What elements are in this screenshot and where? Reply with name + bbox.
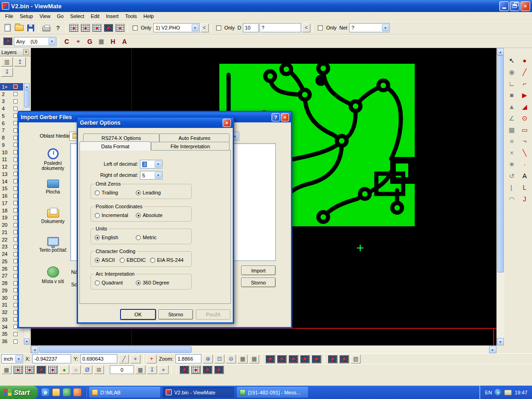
layer-visibility-box[interactable] — [13, 85, 18, 89]
notch-tool-icon[interactable]: ¬ — [518, 135, 531, 147]
spot-tool-icon[interactable]: · — [518, 158, 531, 170]
dialog-close-button[interactable]: × — [281, 113, 289, 121]
gerber-dialog-titlebar[interactable]: Gerber Options × — [78, 118, 233, 128]
start-button[interactable]: Start — [0, 386, 38, 399]
units-select[interactable]: inch ▼ — [1, 354, 23, 363]
pattern-button[interactable] — [202, 365, 212, 374]
layer-visibility-box[interactable] — [13, 128, 18, 133]
layer-visibility-box[interactable] — [13, 339, 18, 344]
layer-visibility-box[interactable] — [13, 187, 18, 191]
aperture-list-button[interactable] — [80, 23, 91, 33]
place-item[interactable]: Dokumenty — [37, 205, 69, 234]
cancel-button[interactable]: Storno — [158, 309, 193, 320]
layer-visibility-box[interactable] — [13, 296, 18, 300]
view-filter-button[interactable] — [300, 355, 310, 363]
film-box-button[interactable] — [103, 23, 114, 33]
tray-keyboard-icon[interactable] — [504, 390, 512, 395]
layer-row[interactable]: 3 — [0, 98, 23, 105]
context-help-button[interactable]: ? — [53, 23, 63, 33]
layer-table-view-button[interactable]: ▥ — [1, 57, 13, 66]
new-file-button[interactable] — [2, 23, 13, 33]
snap-grid-button[interactable]: ⊞ — [94, 365, 104, 374]
open-file-button[interactable] — [14, 23, 24, 33]
layer-visibility-box[interactable] — [13, 136, 18, 140]
scroll-thumb[interactable] — [24, 90, 30, 108]
right-of-decimal-select[interactable]: 5 ▼ — [140, 171, 163, 180]
pattern-button[interactable] — [24, 365, 35, 374]
folder-icon[interactable] — [52, 388, 60, 396]
mirror-tool-icon[interactable]: ▲ — [505, 101, 518, 112]
internet-explorer-icon[interactable]: e — [42, 388, 49, 396]
prev-layer-button[interactable]: < — [200, 24, 209, 32]
only-dcode-checkbox[interactable] — [216, 25, 221, 30]
print-button[interactable] — [41, 23, 52, 33]
scroll-down-icon[interactable]: ▼ — [24, 339, 30, 345]
import-button[interactable]: Import — [241, 266, 276, 275]
shape-lib-icon[interactable]: ▦ — [505, 124, 518, 135]
status-light-button[interactable]: ● — [59, 365, 69, 374]
l-bracket-tool-icon[interactable]: ⌊ — [505, 181, 518, 193]
view-filter-button[interactable] — [288, 355, 298, 363]
sketch-line-icon[interactable]: ╲ — [518, 147, 531, 158]
gear-tool-icon[interactable]: ✳ — [505, 158, 518, 170]
view-filter-button[interactable] — [339, 355, 349, 363]
menu-item-select[interactable]: Select — [67, 12, 88, 20]
radio-leading[interactable]: Leading — [136, 190, 161, 195]
view-filter-button[interactable] — [311, 355, 321, 363]
import-cancel-button[interactable]: Storno — [241, 278, 276, 287]
origin-button[interactable]: ⌖ — [130, 355, 140, 363]
only-layer-checkbox[interactable] — [133, 25, 138, 30]
text-tool-icon[interactable]: A — [518, 170, 531, 181]
dcode-input[interactable]: 10 — [243, 23, 259, 32]
layer-visibility-box[interactable] — [13, 259, 18, 263]
radio-incremental[interactable]: Incremental — [95, 212, 128, 218]
pattern-button[interactable] — [214, 365, 224, 374]
hatch-button[interactable]: ▧ — [351, 355, 361, 363]
measure-button[interactable]: ╱ — [119, 355, 129, 363]
radio-quadrant[interactable]: Quadrant — [95, 280, 123, 285]
zoom-out-button[interactable]: ⊖ — [226, 355, 236, 363]
taskbar-task[interactable]: V2.bin - ViewMate — [163, 387, 234, 398]
place-item[interactable]: Plocha — [37, 175, 69, 205]
radio-eia-rs244[interactable]: EIA RS-244 — [150, 257, 183, 263]
layer-visibility-box[interactable] — [13, 114, 18, 118]
layer-row[interactable]: 36 — [0, 338, 23, 345]
place-item[interactable]: Tento počítač — [37, 234, 69, 264]
menu-item-insert[interactable]: Insert — [103, 12, 122, 20]
layer-visibility-box[interactable] — [13, 143, 18, 147]
scroll-thumb[interactable] — [497, 55, 504, 272]
menu-item-go[interactable]: Go — [54, 12, 67, 20]
pattern-button[interactable] — [191, 365, 201, 374]
rotation-input[interactable]: 0 — [110, 365, 134, 374]
tool-a-button[interactable]: A — [119, 36, 130, 47]
step-repeat-icon[interactable]: ≡ — [505, 135, 518, 147]
open-rect-tool-icon[interactable]: ▭ — [518, 124, 531, 135]
layer-visibility-box[interactable] — [13, 223, 18, 227]
view-filter-button[interactable] — [265, 355, 275, 363]
menu-item-file[interactable]: File — [2, 12, 17, 20]
tool-h-button[interactable]: H — [108, 36, 118, 47]
tab-rs274x-options[interactable]: RS274-X Options — [83, 133, 159, 142]
flag-tool-icon[interactable]: ▶ — [518, 89, 531, 101]
menu-item-view[interactable]: View — [36, 12, 54, 20]
selection-filter-button[interactable] — [2, 36, 13, 47]
place-item[interactable]: Poslední dokumenty — [37, 145, 69, 175]
hook-tool-icon[interactable]: J — [518, 193, 531, 205]
scroll-down-icon[interactable]: ▼ — [497, 338, 504, 345]
zoom-input[interactable]: 1.8866 — [175, 354, 201, 363]
y-coordinate-input[interactable]: 0.690643 — [80, 354, 117, 363]
scroll-thumb[interactable] — [39, 346, 192, 353]
layer-visibility-box[interactable] — [13, 310, 18, 314]
vertical-scrollbar[interactable]: ▲ ▼ — [496, 48, 504, 345]
radio-english[interactable]: English — [95, 235, 118, 240]
layer-move-down-button[interactable]: ↧ — [1, 67, 13, 77]
layer-visibility-box[interactable] — [13, 325, 18, 329]
radio-absolute[interactable]: Absolute — [136, 212, 163, 218]
apply-button[interactable]: Použít — [196, 309, 230, 320]
polyline-tool-icon[interactable]: ⌐ — [518, 78, 531, 89]
layer-visibility-box[interactable] — [13, 208, 18, 212]
layer-visibility-box[interactable] — [13, 107, 18, 111]
scroll-up-icon[interactable]: ▲ — [497, 48, 504, 55]
menu-item-setup[interactable]: Setup — [17, 12, 36, 20]
layer-visibility-box[interactable] — [13, 245, 18, 249]
